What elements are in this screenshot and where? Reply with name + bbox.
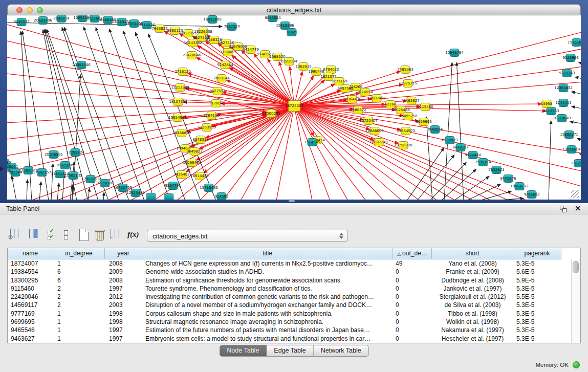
table-row[interactable]: 946554611997Estimation of the future num… [8,326,580,334]
graph-node[interactable] [146,193,156,200]
graph-node[interactable]: 16033809 [208,15,217,24]
graph-node[interactable]: 9857791 [168,182,178,190]
graph-node[interactable]: 12213389 [176,83,185,92]
graph-node[interactable]: 16210643 [557,114,567,122]
graph-node[interactable]: 9699695 [419,118,429,126]
scrollbar-thumb[interactable] [573,261,579,273]
graph-node[interactable]: 18825 [287,28,297,36]
delete-table-icon[interactable]: ✕ [110,229,111,238]
table-row[interactable]: 1456911722003Disruption of a novel membe… [8,301,580,309]
graph-node[interactable]: 17016504 [567,145,577,154]
table-row[interactable]: 2242004622012Investigating the contribut… [8,293,580,301]
table-scrollbar[interactable] [571,259,580,343]
graph-node[interactable]: 17359924 [71,148,80,157]
column-header-name[interactable]: name [8,248,53,259]
graph-node[interactable]: 8215953 [547,107,556,115]
graph-node[interactable]: 317004 [211,99,221,107]
graph-node[interactable]: 8878314 [196,136,206,144]
graph-node[interactable]: 17942757 [37,168,47,177]
graph-node[interactable]: 20053346 [77,61,86,69]
graph-node[interactable]: 15716485 [204,184,214,192]
graph-node[interactable]: 16495758 [404,112,413,120]
column-header-title[interactable]: title [142,248,393,259]
graph-node[interactable]: 12353599 [202,123,212,132]
graph-node[interactable]: 9227343 [562,69,572,77]
graph-node[interactable] [164,193,174,200]
table-settings-icon[interactable]: ⚙ [10,229,11,238]
table-row[interactable]: 969969511998Structural magnetic resonanc… [8,318,580,326]
graph-node[interactable]: 10648784 [450,49,460,57]
graph-node[interactable]: 10653287 [78,15,88,22]
tab-edge-table[interactable]: Edge Table [267,345,313,356]
delete-rows-icon[interactable] [95,229,105,241]
graph-node[interactable]: 7485063 [401,65,410,74]
graph-node[interactable]: 7632621 [492,166,502,174]
graph-node[interactable]: 12975115 [403,79,413,87]
graph-node[interactable]: 16543382 [188,39,198,47]
graph-node[interactable]: 19756928 [399,141,408,149]
table-selector-dropdown[interactable]: citations_edges.txt [147,230,348,242]
graph-node[interactable]: 7425402 [177,170,187,179]
column-header-in_degree[interactable]: in_degree [53,248,105,259]
graph-node[interactable]: 19654923 [401,127,411,135]
graph-node[interactable]: 22420046 [187,51,197,59]
graph-node[interactable]: 1640956 [430,125,440,134]
graph-node[interactable]: 9115460 [421,103,430,111]
graph-node[interactable]: 10654112 [515,182,525,190]
graph-node[interactable]: 10807487 [372,94,382,102]
graph-node[interactable]: 8471676 [504,174,513,183]
graph-node[interactable]: 19654985 [173,114,183,122]
resize-grip[interactable] [571,190,579,198]
graph-node[interactable]: 1362615 [299,62,309,71]
graph-node[interactable]: 924502 [217,192,227,200]
graph-node[interactable]: 9242844 [221,61,230,69]
graph-node[interactable]: 10688609 [370,127,380,135]
float-panel-icon[interactable] [560,206,567,212]
graph-node[interactable]: 1990448 [312,68,321,76]
graph-node[interactable]: 7857224 [227,23,237,31]
graph-node[interactable]: 6466160 [103,16,113,24]
graph-node[interactable]: 8960123 [170,27,180,35]
graph-node[interactable]: 2718120 [178,68,188,76]
graph-node[interactable]: 1187534 [574,159,581,167]
close-panel-icon[interactable]: ✕ [575,204,581,212]
graph-node[interactable]: 9245652 [527,190,537,199]
table-row[interactable]: 946362711997Embryonic stem cells: a mode… [8,335,580,343]
memory-status-icon[interactable] [573,361,580,368]
tab-network-table[interactable]: Network Table [314,345,368,356]
graph-node[interactable]: 1624554 [360,88,370,96]
function-builder-icon[interactable]: f(x) [127,230,139,239]
table-row[interactable]: 1830029562008Estimation of significance … [8,276,580,285]
graph-node[interactable]: 11451314 [55,170,65,178]
graph-node[interactable]: 18724007 [288,100,301,112]
graph-node[interactable]: 18807249 [374,138,384,146]
show-columns-icon[interactable] [29,229,30,238]
graph-node[interactable]: 1514545 [308,138,317,146]
tab-node-table[interactable]: Node Table [220,345,267,356]
graph-node[interactable]: 9474444 [468,151,478,159]
graph-node[interactable]: 8938923 [445,136,455,144]
graph-node[interactable]: 20364436 [347,95,357,103]
graph-node[interactable]: 2935114 [478,158,488,166]
table-row[interactable]: 1938455462009Genome-wide association stu… [8,268,580,276]
table-row[interactable]: 1872400712008Changes of HCN gene express… [8,259,580,268]
graph-node[interactable]: 9146821 [260,50,270,58]
graph-node[interactable]: 8427552 [213,87,223,95]
splitter-handle[interactable] [289,200,295,202]
graph-node[interactable]: 7663822 [155,25,165,33]
table-row[interactable]: 911546021997Tourette syndrome. Phenomeno… [8,285,580,293]
graph-node[interactable]: 10975887 [60,161,70,169]
graph-node[interactable]: 18107554 [173,98,183,106]
graph-node[interactable]: 20206535 [49,150,59,159]
graph-node[interactable]: 8813054 [268,15,278,22]
graph-node[interactable]: 15692971 [564,130,574,139]
column-header-year[interactable]: year [105,248,142,259]
graph-node[interactable]: 8322034 [285,57,294,65]
graph-node[interactable]: 16099484 [187,159,197,167]
graph-node[interactable]: 11568023 [24,166,33,174]
graph-node[interactable]: 15720407 [364,117,374,125]
graph-node[interactable]: 2803144 [217,74,227,82]
graph-node[interactable]: 9435572 [17,18,27,26]
graph-node[interactable]: 14671358 [129,19,139,28]
graph-node[interactable]: 10958107 [100,179,110,187]
